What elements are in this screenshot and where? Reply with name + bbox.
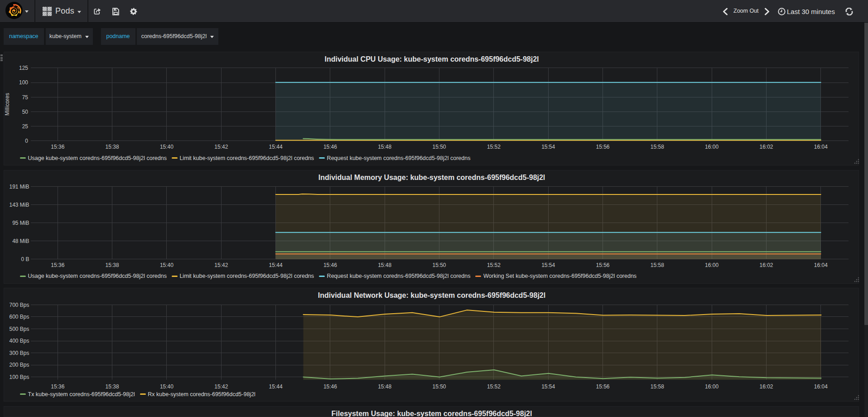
svg-text:15:44: 15:44 (269, 262, 283, 268)
svg-text:700 Bps: 700 Bps (9, 302, 29, 308)
svg-text:0: 0 (25, 138, 28, 144)
svg-text:75: 75 (22, 94, 29, 101)
svg-text:Millicores: Millicores (4, 93, 10, 116)
svg-text:95 MiB: 95 MiB (12, 220, 29, 226)
svg-text:191 MiB: 191 MiB (9, 183, 29, 189)
svg-text:15:38: 15:38 (106, 262, 119, 268)
svg-text:0 B: 0 B (21, 256, 29, 262)
svg-text:Filesystem Usage: kube-system: Filesystem Usage: kube-system coredns-69… (332, 410, 532, 417)
svg-text:15:38: 15:38 (106, 144, 119, 150)
svg-text:15:36: 15:36 (51, 262, 64, 268)
svg-text:50: 50 (22, 109, 29, 115)
svg-text:15:42: 15:42 (214, 383, 228, 390)
svg-text:15:50: 15:50 (432, 144, 446, 150)
svg-text:15:58: 15:58 (651, 262, 664, 268)
svg-text:143 MiB: 143 MiB (9, 201, 29, 208)
svg-text:15:42: 15:42 (214, 262, 228, 268)
svg-text:25: 25 (22, 123, 29, 130)
svg-text:15:56: 15:56 (596, 262, 609, 268)
svg-text:15:50: 15:50 (432, 262, 446, 268)
svg-text:16:02: 16:02 (759, 262, 773, 268)
svg-text:15:40: 15:40 (160, 262, 174, 268)
svg-text:Individual Memory Usage: kube-: Individual Memory Usage: kube-system cor… (318, 173, 545, 181)
svg-text:100 Bps: 100 Bps (9, 374, 29, 380)
svg-text:16:00: 16:00 (705, 144, 719, 150)
svg-text:15:46: 15:46 (323, 262, 337, 268)
svg-text:16:02: 16:02 (759, 383, 773, 390)
svg-text:15:52: 15:52 (487, 383, 501, 390)
svg-text:15:54: 15:54 (541, 262, 555, 268)
svg-text:16:02: 16:02 (759, 144, 773, 150)
svg-text:16:04: 16:04 (814, 383, 828, 390)
svg-text:15:44: 15:44 (269, 383, 283, 390)
svg-text:125: 125 (19, 65, 28, 71)
svg-text:400 Bps: 400 Bps (9, 338, 29, 344)
svg-text:16:00: 16:00 (705, 383, 719, 390)
svg-text:15:44: 15:44 (269, 144, 283, 150)
svg-text:15:48: 15:48 (378, 383, 391, 390)
svg-text:15:56: 15:56 (596, 383, 609, 390)
svg-text:16:00: 16:00 (705, 262, 719, 268)
svg-text:100: 100 (19, 79, 28, 86)
svg-text:16:04: 16:04 (814, 144, 828, 150)
svg-text:Individual CPU Usage: kube-sys: Individual CPU Usage: kube-system coredn… (324, 55, 539, 63)
svg-text:200 Bps: 200 Bps (9, 362, 29, 369)
svg-text:15:56: 15:56 (596, 144, 609, 150)
svg-text:15:52: 15:52 (487, 262, 501, 268)
svg-text:500 Bps: 500 Bps (9, 326, 29, 332)
svg-text:15:52: 15:52 (487, 144, 501, 150)
svg-text:15:46: 15:46 (323, 144, 337, 150)
svg-text:16:04: 16:04 (814, 262, 828, 268)
svg-text:300 Bps: 300 Bps (9, 350, 29, 356)
svg-text:15:50: 15:50 (432, 383, 446, 390)
svg-text:Individual Network Usage: kube: Individual Network Usage: kube-system co… (318, 291, 545, 299)
svg-text:15:48: 15:48 (378, 144, 391, 150)
svg-text:15:36: 15:36 (51, 144, 64, 150)
svg-text:15:40: 15:40 (160, 383, 174, 390)
svg-text:15:46: 15:46 (323, 383, 337, 390)
svg-text:15:54: 15:54 (541, 144, 555, 150)
svg-text:15:58: 15:58 (651, 144, 664, 150)
svg-text:15:54: 15:54 (541, 383, 555, 390)
svg-text:600 Bps: 600 Bps (9, 314, 29, 320)
svg-text:15:58: 15:58 (651, 383, 664, 390)
svg-text:15:42: 15:42 (214, 144, 228, 150)
svg-text:15:38: 15:38 (106, 383, 119, 390)
svg-text:48 MiB: 48 MiB (12, 238, 29, 244)
svg-text:15:36: 15:36 (51, 383, 64, 390)
svg-text:15:48: 15:48 (378, 262, 391, 268)
svg-text:15:40: 15:40 (160, 144, 174, 150)
